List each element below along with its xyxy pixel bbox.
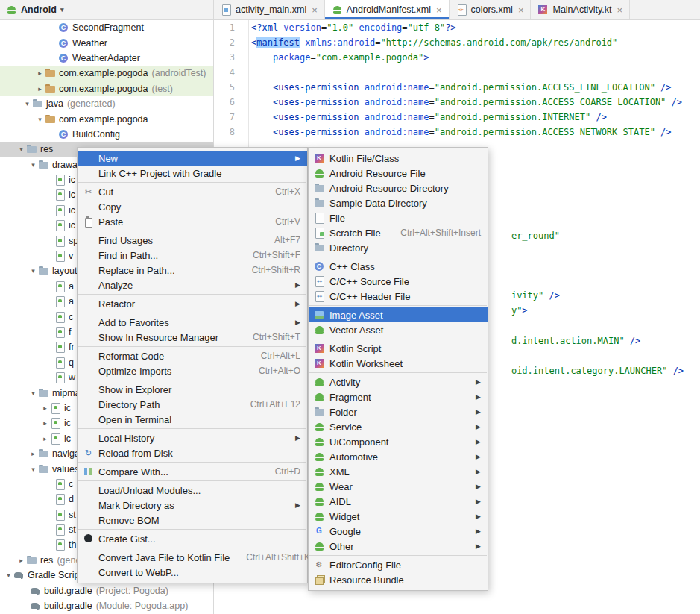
code-line: 3 package="com.example.pogoda"> (214, 50, 700, 65)
menu-item[interactable]: Link C++ Project with Gradle (78, 166, 307, 181)
menu-item[interactable]: Open in Terminal (78, 412, 307, 427)
menu-item[interactable]: Add to Favorites (78, 315, 307, 330)
menu-item[interactable]: Compare With... Ctrl+D (78, 464, 307, 479)
menu-item[interactable]: Wear (309, 479, 488, 494)
menu-item[interactable]: C/C++ Source File (309, 274, 488, 289)
menu-item[interactable]: Reformat Code Ctrl+Alt+L (78, 348, 307, 363)
tree-expand-icon[interactable]: ▸ (40, 435, 50, 442)
tree-item[interactable]: build.gradle (Module: Pogoda.app) (0, 598, 213, 613)
menu-item[interactable]: Show in Explorer (78, 382, 307, 397)
menu-item[interactable]: Service (309, 419, 488, 434)
menu-item[interactable]: Other (309, 539, 488, 554)
menu-item[interactable]: Reload from Disk (78, 445, 307, 460)
tree-item[interactable]: ▸ com.example.pogoda (test) (0, 81, 213, 96)
menu-item-label: File (329, 213, 345, 224)
tree-expand-icon[interactable]: ▸ (40, 404, 50, 412)
tree-expand-icon[interactable]: ▾ (28, 466, 38, 473)
tree-expand-icon[interactable]: ▾ (28, 161, 38, 169)
editor-tab[interactable]: colors.xml × (450, 0, 532, 19)
tree-item-label: c (69, 312, 73, 322)
tree-expand-icon[interactable]: ▾ (28, 267, 38, 275)
close-tab-icon[interactable]: × (518, 5, 524, 15)
menu-item[interactable]: Replace in Path... Ctrl+Shift+R (78, 263, 307, 278)
menu-item[interactable]: XML (309, 464, 488, 479)
code-text: oid.intent.category.LAUNCHER" /> (511, 366, 684, 376)
menu-item[interactable]: Resource Bundle (309, 572, 488, 587)
menu-item[interactable]: Fragment (309, 389, 488, 404)
tree-item[interactable]: build.gradle (Project: Pogoda) (0, 583, 213, 598)
tree-item[interactable]: Weather (0, 35, 213, 50)
menu-item[interactable]: Android Resource Directory (309, 181, 488, 195)
code-text: <uses-permission android:name="android.p… (242, 110, 607, 125)
menu-item[interactable]: Scratch File Ctrl+Alt+Shift+Insert (309, 225, 488, 240)
tree-expand-icon[interactable]: ▸ (28, 450, 38, 457)
menu-item[interactable]: File (309, 210, 488, 225)
menu-item[interactable]: Local History (78, 430, 307, 445)
menu-item[interactable]: Cut Ctrl+X (78, 184, 307, 199)
menu-item[interactable]: New (78, 151, 307, 166)
editor-tab[interactable]: activity_main.xml × (214, 0, 325, 19)
tree-expand-icon[interactable]: ▾ (22, 100, 32, 107)
project-panel-header: Android ▾ (0, 0, 214, 19)
menu-item[interactable]: Directory Path Ctrl+Alt+F12 (78, 397, 307, 412)
menu-item[interactable]: Directory (309, 240, 488, 255)
menu-item[interactable]: Convert to WebP... (78, 565, 307, 580)
menu-item[interactable]: Mark Directory as (78, 498, 307, 513)
menu-item-icon (83, 500, 94, 510)
close-tab-icon[interactable]: × (436, 5, 442, 15)
menu-item[interactable]: Kotlin Worksheet (309, 356, 488, 371)
tree-item[interactable]: SecondFragment (0, 20, 213, 35)
menu-item[interactable]: Automotive (309, 449, 488, 464)
menu-item-label: Optimize Imports (98, 366, 171, 377)
tree-expand-icon[interactable]: ▸ (35, 85, 45, 93)
menu-item[interactable]: Load/Unload Modules... (78, 483, 307, 498)
menu-item[interactable]: Vector Asset (309, 322, 488, 337)
menu-item[interactable]: EditorConfig File (309, 557, 488, 572)
menu-item[interactable]: Android Resource File (309, 166, 488, 181)
tree-item[interactable]: WeatherAdapter (0, 51, 213, 66)
tree-item[interactable]: BuildConfig (0, 127, 213, 142)
menu-item[interactable]: Convert Java File to Kotlin File Ctrl+Al… (78, 550, 307, 565)
menu-item[interactable]: Show In Resource Manager Ctrl+Shift+T (78, 330, 307, 345)
editor-tab[interactable]: AndroidManifest.xml × (325, 0, 450, 19)
submenu-arrow-icon (459, 423, 481, 430)
menu-item[interactable]: Refactor (78, 296, 307, 311)
menu-item[interactable]: Kotlin Script (309, 341, 488, 356)
menu-item[interactable]: Create Gist... (78, 531, 307, 546)
menu-item[interactable]: Sample Data Directory (309, 195, 488, 210)
menu-item[interactable]: AIDL (309, 494, 488, 509)
project-view-selector[interactable]: Android ▾ (6, 4, 63, 15)
tree-expand-icon[interactable]: ▾ (16, 145, 26, 153)
close-tab-icon[interactable]: × (617, 5, 622, 15)
editor-tab[interactable]: MainActivity.kt × (531, 0, 630, 19)
tree-expand-icon[interactable]: ▸ (40, 419, 50, 427)
tree-expand-icon[interactable]: ▾ (28, 389, 38, 397)
resfile-icon (54, 510, 66, 520)
tree-expand-icon[interactable]: ▾ (4, 571, 13, 579)
menu-item[interactable]: Find Usages Alt+F7 (78, 233, 307, 248)
tree-item[interactable]: ▾ java (generated) (0, 96, 213, 111)
menu-item[interactable]: Activity (309, 375, 488, 389)
menu-item[interactable]: Folder (309, 404, 488, 419)
menu-item[interactable]: Optimize Imports Ctrl+Alt+O (78, 363, 307, 378)
close-tab-icon[interactable]: × (312, 5, 318, 15)
tab-label: MainActivity.kt (552, 4, 611, 15)
tree-item[interactable]: ▾ com.example.pogoda (0, 111, 213, 126)
menu-item[interactable]: Widget (309, 509, 488, 524)
submenu-arrow-icon (279, 319, 300, 326)
menu-item[interactable]: Google (309, 524, 488, 539)
menu-item[interactable]: Kotlin File/Class (309, 151, 488, 166)
tree-item[interactable]: ▸ com.example.pogoda (androidTest) (0, 66, 213, 81)
menu-item[interactable]: C++ Class (309, 259, 488, 274)
menu-item[interactable]: Copy (78, 199, 307, 214)
menu-item[interactable]: Find in Path... Ctrl+Shift+F (78, 248, 307, 263)
tree-expand-icon[interactable]: ▸ (16, 557, 26, 564)
menu-item[interactable]: Paste Ctrl+V (78, 214, 307, 229)
menu-item[interactable]: Image Asset (309, 307, 488, 322)
tree-expand-icon[interactable]: ▸ (35, 69, 45, 77)
menu-item[interactable]: UiComponent (309, 434, 488, 449)
menu-item[interactable]: C/C++ Header File (309, 289, 488, 304)
menu-item[interactable]: Analyze (78, 278, 307, 292)
menu-item[interactable]: Remove BOM (78, 513, 307, 527)
tree-expand-icon[interactable]: ▾ (35, 116, 45, 123)
